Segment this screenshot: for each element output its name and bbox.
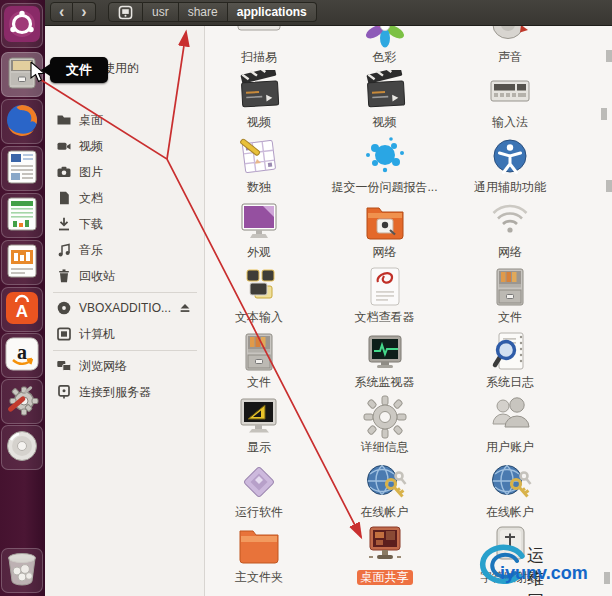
app-item[interactable]: 显示: [196, 395, 322, 457]
clipped-label-fragment: [601, 108, 607, 120]
amazon-icon: a: [4, 336, 40, 376]
bug-report-icon: [361, 135, 409, 179]
launcher-item-amazon[interactable]: a: [1, 333, 43, 378]
displays-icon: [235, 395, 283, 439]
forward-button[interactable]: ›: [73, 2, 95, 22]
computer-icon: [56, 326, 72, 342]
path-segment-share[interactable]: share: [179, 2, 228, 22]
app-item-label: 提交一份问题报告...: [331, 180, 437, 195]
app-item[interactable]: 在线帐户: [322, 460, 448, 522]
network-folder-icon: [361, 200, 409, 244]
launcher-item-libreoffice-impress[interactable]: [1, 240, 43, 285]
path-segment-applications[interactable]: applications: [228, 2, 317, 22]
impress-icon: [4, 243, 40, 283]
video-icon: [56, 138, 72, 154]
app-item-label: 数独: [247, 180, 271, 195]
drive-icon[interactable]: [108, 2, 143, 22]
launcher-item-firefox[interactable]: [1, 99, 43, 144]
app-item[interactable]: 文件: [447, 265, 573, 327]
app-item[interactable]: 系统监视器: [322, 330, 448, 392]
app-item[interactable]: 文本输入: [196, 265, 322, 327]
sidebar-item-11[interactable]: 连接到服务器: [45, 380, 205, 404]
app-item[interactable]: 在线帐户: [447, 460, 573, 522]
app-item[interactable]: 文档查看器: [322, 265, 448, 327]
sidebar-item-label: 回收站: [79, 268, 115, 285]
settings-icon: [4, 382, 40, 422]
video-player-icon: [235, 70, 283, 114]
document-icon: [56, 190, 72, 206]
sidebar-item-label: 下载: [79, 216, 103, 233]
input-method-icon: [486, 70, 534, 114]
app-item-label: 网络: [498, 245, 522, 260]
svg-text:A: A: [16, 302, 28, 321]
sidebar-item-7[interactable]: 回收站: [45, 264, 205, 288]
app-item[interactable]: 视频: [322, 70, 448, 132]
app-item[interactable]: 视频: [196, 70, 322, 132]
app-item[interactable]: 网络: [447, 200, 573, 262]
music-icon: [56, 242, 72, 258]
launcher-item-system-settings[interactable]: [1, 379, 43, 424]
unity-launcher: Aa: [0, 0, 45, 596]
app-item-label: 用户账户: [486, 440, 534, 455]
app-item-label: 详细信息: [361, 440, 409, 455]
launcher-item-software-center[interactable]: A: [1, 287, 43, 332]
sidebar-item-5[interactable]: 下载: [45, 212, 205, 236]
file-manager-icon: [4, 55, 40, 95]
sidebar-divider: [53, 292, 197, 293]
character-map-icon: [486, 525, 534, 569]
folder-icon: [56, 112, 72, 128]
sudoku-icon: [235, 135, 283, 179]
launcher-item-libreoffice-writer[interactable]: [1, 146, 43, 191]
sidebar-item-4[interactable]: 文档: [45, 186, 205, 210]
app-item[interactable]: 网络: [322, 200, 448, 262]
app-item-label: 扫描易: [241, 50, 277, 65]
app-item-label: 输入法: [492, 115, 528, 130]
app-item-label: 网络: [373, 245, 397, 260]
launcher-item-libreoffice-calc[interactable]: [1, 193, 43, 238]
app-item[interactable]: 用户账户: [447, 395, 573, 457]
sidebar-item-10[interactable]: 浏览网络: [45, 354, 205, 378]
app-item[interactable]: 字符映射表: [447, 525, 573, 587]
app-item[interactable]: 通用辅助功能: [447, 135, 573, 197]
app-item-label: 在线帐户: [361, 505, 409, 520]
app-item[interactable]: 提交一份问题报告...: [322, 135, 448, 197]
app-item-label: 主文件夹: [235, 570, 283, 585]
sidebar-item-6[interactable]: 音乐: [45, 238, 205, 262]
app-item[interactable]: 主文件夹: [196, 525, 322, 587]
app-item[interactable]: 详细信息: [322, 395, 448, 457]
places-sidebar: 最近使用的桌面视频图片文档下载音乐回收站VBOXADDITIO...计算机浏览网…: [45, 25, 205, 596]
video-player-icon: [361, 70, 409, 114]
appearance-icon: [235, 200, 283, 244]
app-item-label: 文档查看器: [355, 310, 415, 325]
sidebar-item-1[interactable]: 桌面: [45, 108, 205, 132]
sidebar-item-3[interactable]: 图片: [45, 160, 205, 184]
svg-text:a: a: [17, 341, 27, 363]
path-segment-usr[interactable]: usr: [143, 2, 179, 22]
app-item[interactable]: 数独: [196, 135, 322, 197]
app-item[interactable]: 运行软件: [196, 460, 322, 522]
firefox-icon: [4, 102, 40, 142]
app-item-label: 视频: [247, 115, 271, 130]
launcher-item-dash-home[interactable]: [1, 3, 43, 48]
system-log-icon: [486, 330, 534, 374]
app-item-label: 外观: [247, 245, 271, 260]
app-item[interactable]: 文件: [196, 330, 322, 392]
sidebar-item-9[interactable]: 计算机: [45, 322, 205, 346]
launcher-item-trash[interactable]: [1, 548, 43, 593]
app-item[interactable]: 桌面共享: [322, 525, 448, 587]
launcher-item-disc[interactable]: [1, 425, 43, 470]
sidebar-item-label: 文档: [79, 190, 103, 207]
system-monitor-icon: [361, 330, 409, 374]
eject-icon[interactable]: [178, 301, 192, 315]
sidebar-item-label: VBOXADDITIO...: [79, 301, 171, 315]
app-item[interactable]: 系统日志: [447, 330, 573, 392]
back-button[interactable]: ‹: [50, 2, 73, 22]
launcher-item-files[interactable]: [1, 52, 43, 97]
network-icon: [56, 358, 72, 374]
sidebar-item-8[interactable]: VBOXADDITIO...: [45, 296, 205, 320]
users-icon: [486, 395, 534, 439]
app-item-label: 在线帐户: [486, 505, 534, 520]
sidebar-item-2[interactable]: 视频: [45, 134, 205, 158]
app-item[interactable]: 输入法: [447, 70, 573, 132]
app-item[interactable]: 外观: [196, 200, 322, 262]
